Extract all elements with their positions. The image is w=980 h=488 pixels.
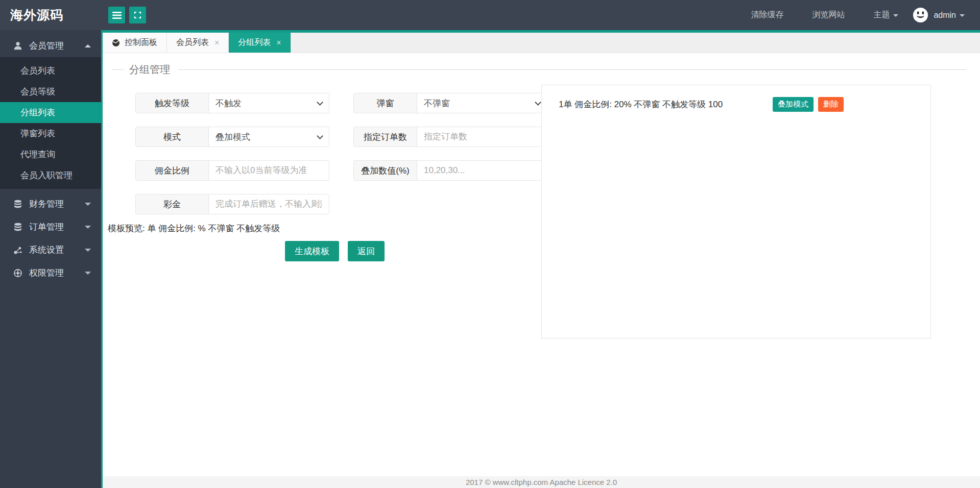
content-area: 控制面板 会员列表 × 分组列表 × 分组管理 触发等级 不触发 弹窗 <box>101 30 980 488</box>
page-title: 分组管理 <box>112 61 967 78</box>
tab-group-list[interactable]: 分组列表 × <box>229 33 291 53</box>
sidebar-item-member-management[interactable]: 会员管理 <box>0 34 101 57</box>
footer-text: 2017 © www.cltphp.com Apache Licence 2.0 <box>466 478 617 486</box>
caret-down-icon <box>85 203 91 206</box>
caret-down-icon <box>893 14 898 17</box>
field-bonus: 彩金 <box>135 194 329 214</box>
field-label: 彩金 <box>136 194 209 214</box>
select-value: 不弹窗 <box>424 97 450 109</box>
field-label: 指定订单数 <box>354 127 417 147</box>
field-popup: 弹窗 不弹窗 <box>353 93 547 113</box>
popup-select[interactable]: 不弹窗 <box>417 93 547 113</box>
sidebar-item-label: 系统设置 <box>29 244 64 256</box>
field-label: 佣金比例 <box>136 161 209 180</box>
footer: 2017 © www.cltphp.com Apache Licence 2.0 <box>103 476 980 488</box>
select-value: 叠加模式 <box>216 131 250 143</box>
stack-value-input[interactable] <box>417 165 547 176</box>
caret-down-icon <box>85 226 91 229</box>
clear-cache-link[interactable]: 清除缓存 <box>751 10 783 20</box>
trigger-level-select[interactable]: 不触发 <box>209 93 329 113</box>
group-form: 触发等级 不触发 弹窗 不弹窗 模式 叠加模式 <box>135 93 547 214</box>
chevron-down-icon <box>317 133 323 139</box>
menu-toggle-button[interactable] <box>108 7 125 23</box>
caret-down-icon <box>960 14 965 17</box>
tab-member-list[interactable]: 会员列表 × <box>167 33 229 53</box>
tab-label: 分组列表 <box>238 37 271 48</box>
generate-template-button[interactable]: 生成模板 <box>285 241 339 261</box>
avatar[interactable] <box>913 7 928 23</box>
sidebar-subitem-member-list[interactable]: 会员列表 <box>0 60 101 81</box>
dashboard-icon <box>112 39 120 47</box>
sidebar: 海外源码 会员管理 会员列表 会员等级 分组列表 弹窗列表 代理查询 会员入职管… <box>0 0 101 488</box>
sidebar-item-label: 订单管理 <box>29 221 64 233</box>
field-order-count: 指定订单数 <box>353 127 547 147</box>
tab-dashboard[interactable]: 控制面板 <box>103 33 167 53</box>
sidebar-item-label: 会员管理 <box>29 40 64 52</box>
field-stack-value: 叠加数值(%) <box>353 160 547 181</box>
caret-up-icon <box>85 44 91 47</box>
sidebar-subitem-group-list[interactable]: 分组列表 <box>0 102 101 123</box>
close-icon[interactable]: × <box>214 39 219 47</box>
stack-mode-badge: 叠加模式 <box>773 97 814 112</box>
field-label: 触发等级 <box>136 93 209 113</box>
user-dropdown[interactable]: admin <box>934 11 965 20</box>
tab-bar: 控制面板 会员列表 × 分组列表 × <box>103 33 980 53</box>
database-icon <box>13 200 22 209</box>
tab-label: 会员列表 <box>176 37 209 48</box>
sidebar-item-label: 财务管理 <box>29 198 64 210</box>
globe-icon <box>13 269 22 278</box>
member-management-submenu: 会员列表 会员等级 分组列表 弹窗列表 代理查询 会员入职管理 <box>0 57 101 189</box>
field-mode: 模式 叠加模式 <box>135 127 329 147</box>
select-value: 不触发 <box>216 97 242 109</box>
user-icon <box>13 41 22 51</box>
hamburger-icon <box>112 12 122 19</box>
sidebar-item-permission-management[interactable]: 权限管理 <box>0 261 101 284</box>
username: admin <box>934 11 956 20</box>
back-button[interactable]: 返回 <box>348 241 385 261</box>
chevron-down-icon <box>317 99 323 106</box>
expand-icon <box>133 11 142 19</box>
header-actions: 清除缓存 浏览网站 主题 admin <box>722 7 965 23</box>
template-item-text: 1单 佣金比例: 20% 不弹窗 不触发等级 100 <box>559 99 773 110</box>
sidebar-subitem-member-level[interactable]: 会员等级 <box>0 81 101 102</box>
template-list-panel: 1单 佣金比例: 20% 不弹窗 不触发等级 100 叠加模式 删除 <box>541 85 931 338</box>
close-icon[interactable]: × <box>276 39 281 47</box>
template-item: 1单 佣金比例: 20% 不弹窗 不触发等级 100 叠加模式 删除 <box>559 90 844 118</box>
app-logo: 海外源码 <box>0 0 101 30</box>
field-trigger-level: 触发等级 不触发 <box>135 93 329 113</box>
theme-dropdown[interactable]: 主题 <box>873 10 898 20</box>
sidebar-subitem-member-entry[interactable]: 会员入职管理 <box>0 165 101 186</box>
mode-select[interactable]: 叠加模式 <box>209 127 329 147</box>
sidebar-subitem-agent-query[interactable]: 代理查询 <box>0 144 101 165</box>
sidebar-item-label: 权限管理 <box>29 267 64 279</box>
caret-down-icon <box>85 272 91 275</box>
fullscreen-button[interactable] <box>129 7 146 23</box>
commission-ratio-input[interactable] <box>209 165 329 176</box>
delete-button[interactable]: 删除 <box>818 97 844 112</box>
field-label: 弹窗 <box>354 93 417 113</box>
nodes-icon <box>13 246 22 255</box>
topbar: 清除缓存 浏览网站 主题 admin <box>101 0 980 30</box>
field-label: 模式 <box>136 127 209 147</box>
chevron-down-icon <box>535 99 541 106</box>
sidebar-item-finance-management[interactable]: 财务管理 <box>0 192 101 215</box>
sidebar-item-order-management[interactable]: 订单管理 <box>0 215 101 238</box>
order-count-input[interactable] <box>417 132 547 142</box>
sidebar-item-system-settings[interactable]: 系统设置 <box>0 238 101 261</box>
field-label: 叠加数值(%) <box>354 161 417 180</box>
field-commission-ratio: 佣金比例 <box>135 160 329 181</box>
tab-label: 控制面板 <box>125 37 157 48</box>
caret-down-icon <box>85 249 91 252</box>
theme-label: 主题 <box>873 10 890 20</box>
database-icon <box>13 223 22 232</box>
bonus-input[interactable] <box>209 199 329 209</box>
browse-site-link[interactable]: 浏览网站 <box>812 10 845 20</box>
main-panel: 分组管理 触发等级 不触发 弹窗 不弹窗 模式 <box>103 53 980 476</box>
sidebar-subitem-popup-list[interactable]: 弹窗列表 <box>0 123 101 144</box>
